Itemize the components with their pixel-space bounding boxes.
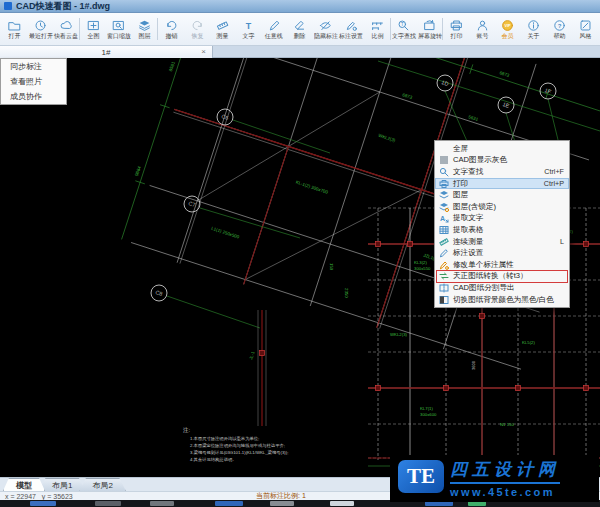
ruler-icon [216, 19, 229, 32]
redo-button[interactable]: 恢复 [184, 14, 210, 44]
full-view-button[interactable]: 全图 [80, 14, 106, 44]
svg-text:8581: 8581 [168, 60, 176, 72]
context-menu-item-print[interactable]: 打印Ctrl+P [435, 178, 569, 190]
svg-text:N1 150: N1 150 [500, 422, 514, 427]
context-menu-item-annotation-settings[interactable]: 标注设置 [435, 247, 569, 259]
context-menu-item-layers-locked[interactable]: 图层(含锁定) [435, 201, 569, 213]
svg-text:C8: C8 [155, 289, 164, 297]
text-button[interactable]: T文字 [236, 14, 262, 44]
style-button[interactable]: 风格 [572, 14, 598, 44]
taskbar-thumbnail[interactable] [215, 501, 243, 506]
user-icon [476, 19, 489, 32]
document-tab[interactable]: 1# × [0, 46, 213, 58]
printer-icon [450, 19, 463, 32]
svg-text:?: ? [557, 21, 561, 28]
hide-annotations-button[interactable]: 隐藏标注 [313, 14, 339, 44]
open-button[interactable]: 打开 [2, 14, 28, 44]
svg-text:4.其余详见结构总说明。: 4.其余详见结构总说明。 [190, 457, 237, 463]
context-menu: 全屏 CAD图显示灰色 文字查找Ctrl+F 打印Ctrl+P 图层 图层(含锁… [434, 140, 570, 308]
layers-button[interactable]: 图层 [132, 14, 158, 44]
scale-button[interactable]: 比例 [364, 14, 390, 44]
free-line-button[interactable]: 任意线 [261, 14, 287, 44]
vip-button[interactable]: VIP会员 [495, 14, 521, 44]
sync-dropdown-menu: 同步标注 查看照片 成员协作 [0, 58, 67, 105]
context-menu-item-tianzheng-convert-t3[interactable]: 天正图纸转换（转t3） [435, 271, 569, 283]
search-text-icon: T [397, 19, 410, 32]
recent-open-button[interactable]: 最近打开 [28, 14, 54, 44]
delete-button[interactable]: 删除 [287, 14, 313, 44]
context-menu-item-modify-annotation-property[interactable]: 修改单个标注属性 [435, 259, 569, 271]
extract-text-icon: A [439, 213, 449, 223]
pencil-icon [268, 19, 281, 32]
context-menu-item-layers[interactable]: 图层 [435, 189, 569, 201]
tab-layout2[interactable]: 布局2 [79, 478, 125, 491]
context-menu-item-extract-table[interactable]: 提取表格 [435, 224, 569, 236]
te-logo: TE [398, 460, 444, 493]
title-bar: CAD快速看图 - 1#.dwg [0, 0, 600, 13]
scale-icon [371, 19, 384, 32]
context-menu-item-continuous-measure[interactable]: 连续测量L [435, 236, 569, 248]
svg-text:1F: 1F [544, 87, 553, 95]
table-icon [439, 225, 449, 235]
taskbar-thumbnail[interactable] [30, 501, 56, 506]
context-menu-item-text-search[interactable]: 文字查找Ctrl+F [435, 166, 569, 178]
context-menu-item-full-screen[interactable]: 全屏 [435, 143, 569, 155]
cursor-coordinates: x = 22947 y = 35623 [5, 493, 73, 500]
svg-text:L1(1) 250x500: L1(1) 250x500 [211, 226, 241, 240]
app-icon [4, 2, 12, 10]
svg-text:T: T [401, 21, 404, 26]
menu-item-sync-annotations[interactable]: 同步标注 [1, 59, 66, 74]
tab-layout1[interactable]: 布局1 [39, 478, 85, 491]
about-button[interactable]: 关于 [521, 14, 547, 44]
svg-text:WKL2(3): WKL2(3) [390, 332, 408, 337]
tab-model[interactable]: 模型 [3, 478, 45, 491]
document-tab-label: 1# [102, 48, 111, 57]
context-menu-item-cad-gray-display[interactable]: CAD图显示灰色 [435, 155, 569, 167]
question-icon: ? [553, 19, 566, 32]
svg-text:WKL2(3): WKL2(3) [378, 133, 397, 143]
main-toolbar: 打开 最近打开 快看云盘 全图 窗口缩放 图层 撤销 恢复 测量 T文字 任意线… [0, 13, 600, 46]
account-button[interactable]: 账号 [469, 14, 495, 44]
layers-icon [439, 190, 449, 200]
svg-text:2.本图梁定位除注明外均与轴线居中或与柱边平齐;: 2.本图梁定位除注明外均与轴线居中或与柱边平齐; [190, 442, 285, 449]
context-menu-item-cad-split-export[interactable]: CAD图纸分割导出 [435, 282, 569, 294]
svg-text:JL-1: JL-1 [248, 350, 256, 360]
taskbar-thumbnail[interactable] [150, 501, 174, 506]
eraser-icon [293, 19, 306, 32]
context-menu-item-extract-text[interactable]: A 提取文字 [435, 213, 569, 225]
taskbar-thumbnail[interactable] [95, 501, 121, 506]
measure-button[interactable]: 测量 [210, 14, 236, 44]
search-icon [439, 167, 449, 177]
svg-text:9664: 9664 [134, 165, 142, 177]
tab-close-icon[interactable]: × [201, 47, 206, 57]
taskbar-thumbnail[interactable] [270, 501, 294, 506]
style-icon [579, 19, 592, 32]
text-search-button[interactable]: T文字查找 [391, 14, 417, 44]
full-view-icon [87, 19, 100, 32]
clock-icon [34, 19, 47, 32]
help-button[interactable]: ?帮助 [546, 14, 572, 44]
svg-text:注:: 注: [183, 427, 191, 433]
blank-icon [439, 144, 449, 154]
menu-item-view-photos[interactable]: 查看照片 [1, 74, 66, 89]
svg-text:150: 150 [329, 263, 334, 271]
screen-rotate-button[interactable]: 屏幕旋转 [417, 14, 443, 44]
taskbar-thumbnail[interactable] [330, 501, 354, 506]
menu-item-member-collaboration[interactable]: 成员协作 [1, 89, 66, 104]
layers-icon [138, 19, 151, 32]
svg-text:KL7(1): KL7(1) [420, 406, 433, 411]
window-zoom-button[interactable]: 窗口缩放 [106, 14, 132, 44]
svg-text:A: A [440, 215, 445, 222]
print-button[interactable]: 打印 [443, 14, 469, 44]
printer-icon [439, 179, 449, 189]
layers-lock-icon [439, 202, 449, 212]
undo-button[interactable]: 撤销 [158, 14, 184, 44]
window-title: CAD快速看图 - 1#.dwg [16, 0, 110, 13]
cloud-disk-button[interactable]: 快看云盘 [53, 14, 79, 44]
svg-text:KL5(2): KL5(2) [522, 340, 535, 345]
svg-text:2350: 2350 [344, 288, 349, 298]
annotation-settings-button[interactable]: 标注设置 [339, 14, 365, 44]
gray-square-icon [439, 155, 449, 165]
undo-icon [165, 19, 178, 32]
context-menu-item-toggle-background-color[interactable]: 切换图纸背景颜色为黑色/白色 [435, 294, 569, 306]
